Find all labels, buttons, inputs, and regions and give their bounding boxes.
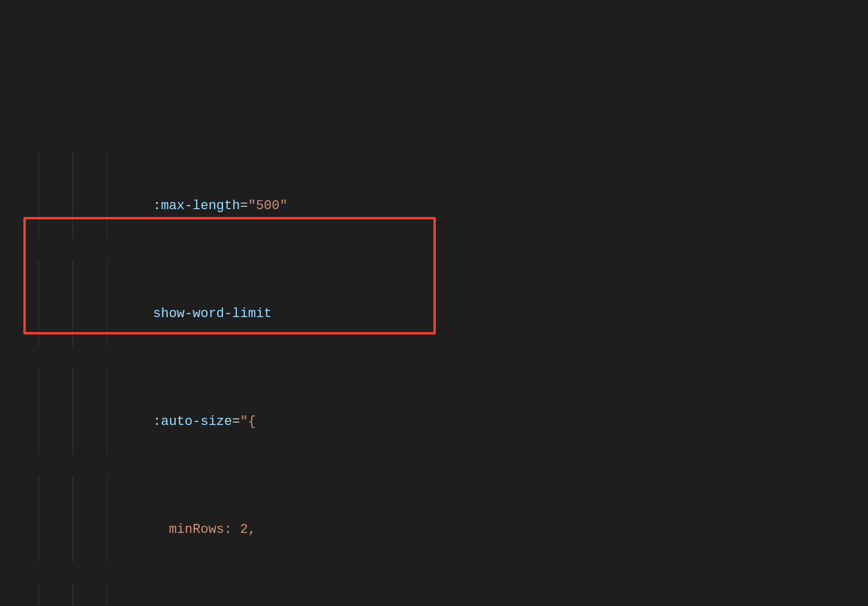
code-line[interactable]: }"	[0, 584, 868, 605]
code-line[interactable]: :max-length="500"	[0, 152, 868, 174]
code-line[interactable]: minRows: 2,	[0, 476, 868, 498]
code-line[interactable]: show-word-limit	[0, 260, 868, 282]
code-line[interactable]: :auto-size="{	[0, 368, 868, 390]
code-editor[interactable]: :max-length="500" show-word-limit :auto-…	[0, 0, 868, 606]
